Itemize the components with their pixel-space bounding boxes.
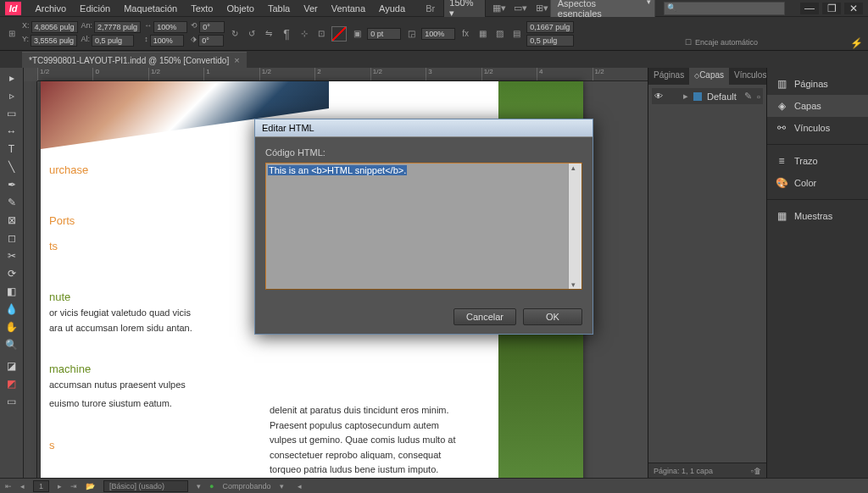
menu-edicion[interactable]: Edición — [73, 3, 117, 14]
pages-icon: ▥ — [776, 78, 787, 90]
line-tool[interactable]: ╲ — [2, 158, 22, 175]
dock-color[interactable]: 🎨Color — [767, 172, 868, 194]
screen-icon[interactable]: ▭▾ — [512, 2, 528, 15]
wrap2-icon[interactable]: ▨ — [492, 28, 506, 40]
corner-icon[interactable]: ◲ — [404, 28, 418, 40]
trash-icon[interactable]: 🗑 — [754, 467, 761, 475]
percent-field[interactable]: 100% — [421, 28, 455, 40]
inset1-field[interactable]: 0,1667 pulg — [526, 21, 574, 33]
wrap1-icon[interactable]: ▦ — [476, 28, 489, 40]
dock-trazo[interactable]: ≡Trazo — [767, 150, 868, 172]
w-field[interactable]: 2,7778 pulg — [94, 21, 141, 33]
none-swatch-icon[interactable] — [331, 26, 347, 42]
inset2-field[interactable]: 0,5 pulg — [526, 35, 574, 47]
stroke-weight[interactable]: 0 pt — [367, 28, 401, 40]
gradient-tool[interactable]: ◧ — [2, 283, 22, 300]
panel-tab-vinculos[interactable]: Vínculos — [729, 68, 771, 85]
html-textarea[interactable]: This is an <b>HTML snippet</b>. — [265, 163, 582, 290]
heading-s: s — [49, 437, 55, 454]
sb-nav-next[interactable]: ▸ — [58, 482, 62, 490]
autofit-checkbox[interactable]: ☐ — [685, 38, 692, 47]
scaley-field[interactable]: 100% — [150, 35, 184, 47]
menu-texto[interactable]: Texto — [184, 3, 220, 14]
sb-scroll-left[interactable]: ◂ — [298, 482, 302, 490]
stroke-align-icon[interactable]: ▣ — [350, 28, 364, 40]
dock-capas[interactable]: ◈Capas — [767, 95, 868, 117]
dock-muestras[interactable]: ▦Muestras — [767, 205, 868, 227]
minimize-button[interactable]: — — [800, 3, 819, 14]
sb-nav-first[interactable]: ⇤ — [5, 482, 12, 490]
doc-tab[interactable]: *TC9990801-LAYOUT-PI1.indd @ 150% [Conve… — [22, 52, 247, 68]
textarea-scrollbar[interactable] — [568, 163, 581, 289]
page-tool[interactable]: ▭ — [2, 105, 22, 122]
heading-purchase: urchase — [49, 162, 88, 179]
hand-tool[interactable]: ✋ — [2, 319, 22, 335]
eyedropper-tool[interactable]: 💧 — [2, 301, 22, 318]
maximize-button[interactable]: ❐ — [822, 3, 841, 14]
links-icon: ⚯ — [776, 122, 787, 134]
flip-h-icon[interactable]: ⇋ — [262, 28, 275, 40]
menu-ayuda[interactable]: Ayuda — [372, 3, 412, 14]
pencil-tool[interactable]: ✎ — [2, 194, 22, 211]
panel-tab-capas[interactable]: ◇Capas — [689, 68, 729, 85]
view-icon[interactable]: ▦▾ — [491, 2, 507, 15]
cancel-button[interactable]: Cancelar — [453, 308, 516, 325]
sb-nav-last[interactable]: ⇥ — [70, 482, 77, 490]
pen-icon[interactable]: ✎ — [744, 91, 752, 102]
ref-point-icon[interactable]: ⊞ — [5, 28, 19, 40]
pen-tool[interactable]: ✒ — [2, 176, 22, 193]
dock-paginas[interactable]: ▥Páginas — [767, 73, 868, 95]
rectangle-frame-tool[interactable]: ⊠ — [2, 212, 22, 229]
menu-archivo[interactable]: Archivo — [28, 3, 73, 14]
zoom-tool[interactable]: 🔍 — [2, 336, 22, 353]
scalex-field[interactable]: 100% — [153, 21, 187, 33]
sb-page-field[interactable]: 1 — [33, 480, 49, 492]
visibility-icon[interactable]: 👁 — [654, 91, 665, 102]
rotate-cw-icon[interactable]: ↻ — [228, 28, 242, 40]
layer-row[interactable]: 👁 ▸ Default ✎ ▫ — [652, 88, 763, 104]
effects-icon[interactable]: fx — [459, 28, 472, 40]
rotate-ccw-icon[interactable]: ↺ — [245, 28, 259, 40]
h-field[interactable]: 0,5 pulg — [92, 35, 134, 47]
rotate-field[interactable]: 0° — [199, 21, 225, 33]
shear-field[interactable]: 0° — [198, 35, 224, 47]
screen-mode-icon[interactable]: ▭ — [2, 393, 22, 410]
gap-tool[interactable]: ↔ — [2, 123, 22, 140]
scissors-tool[interactable]: ✂ — [2, 247, 22, 264]
direct-selection-tool[interactable]: ▹ — [2, 87, 22, 104]
fill-stroke-icon[interactable]: ◪ — [2, 357, 22, 374]
ok-button[interactable]: OK — [523, 308, 582, 325]
menu-objeto[interactable]: Objeto — [220, 3, 260, 14]
menu-ventana[interactable]: Ventana — [325, 3, 372, 14]
rectangle-tool[interactable]: ◻ — [2, 230, 22, 246]
selection-tool[interactable]: ▸ — [2, 69, 22, 86]
lightning-icon[interactable]: ⚡ — [850, 37, 863, 49]
stroke-icon: ≡ — [776, 155, 787, 167]
type-tool[interactable]: T — [2, 141, 22, 158]
bridge-icon[interactable]: Br — [422, 2, 438, 15]
close-button[interactable]: ✕ — [844, 3, 863, 14]
formatting-icon[interactable]: ◩ — [2, 375, 22, 392]
sb-preflight[interactable]: Comprobando — [222, 482, 270, 490]
panel-tab-paginas[interactable]: Páginas — [648, 68, 689, 85]
menu-tabla[interactable]: Tabla — [261, 3, 297, 14]
sb-style[interactable]: [Básico] (usado) — [103, 480, 188, 492]
paragraph-icon[interactable]: ¶ — [279, 24, 294, 44]
tab-close-icon[interactable]: × — [234, 55, 239, 65]
sb-open-icon[interactable]: 📂 — [86, 482, 95, 490]
wrap3-icon[interactable]: ▤ — [509, 28, 523, 40]
menu-ver[interactable]: Ver — [297, 3, 325, 14]
arrange-icon[interactable]: ⊞▾ — [534, 2, 550, 15]
transform-tool[interactable]: ⟳ — [2, 265, 22, 282]
y-field[interactable]: 3,5556 pulg — [31, 35, 77, 47]
search-input[interactable] — [664, 2, 785, 15]
x-field[interactable]: 4,8056 pulg — [31, 21, 78, 33]
dialog-title[interactable]: Editar HTML — [255, 119, 593, 137]
dock-vinculos[interactable]: ⚯Vínculos — [767, 117, 868, 139]
center-content-icon[interactable]: ⊹ — [298, 28, 311, 40]
heading-ports: Ports — [49, 213, 75, 230]
dialog-label: Código HTML: — [265, 147, 582, 158]
fit-content-icon[interactable]: ⊡ — [314, 28, 328, 40]
sb-nav-prev[interactable]: ◂ — [20, 482, 25, 490]
menu-maquetacion[interactable]: Maquetación — [117, 3, 184, 14]
